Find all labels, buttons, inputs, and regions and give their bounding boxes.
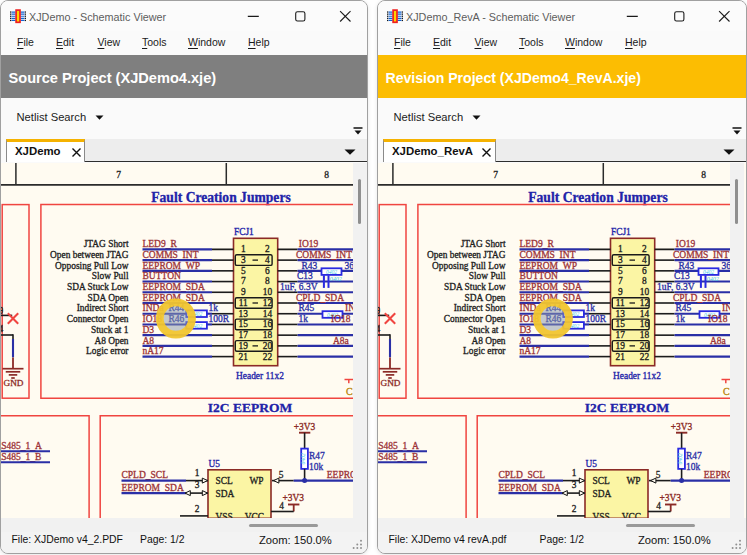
svg-text:7: 7 (116, 170, 121, 180)
svg-text:FCJ1: FCJ1 (234, 227, 254, 237)
svg-text:EEPROM_WP: EEPROM_WP (327, 470, 353, 480)
svg-text:A8a: A8a (333, 336, 350, 346)
svg-text:COMMS_INT: COMMS_INT (296, 250, 352, 260)
svg-text:3: 3 (241, 255, 246, 265)
svg-text:19: 19 (239, 341, 249, 351)
svg-text:14: 14 (263, 309, 273, 319)
svg-text:EEPROM_SDA: EEPROM_SDA (122, 483, 184, 493)
svg-text:0402: 0402 (326, 269, 337, 275)
svg-text:CPLD_SCL: CPLD_SCL (122, 470, 169, 480)
svg-text:5: 5 (241, 266, 246, 276)
svg-text:CPLD_SDA: CPLD_SDA (296, 293, 344, 303)
svg-text:D3: D3 (143, 325, 155, 335)
svg-text:0402: 0402 (330, 276, 342, 282)
svg-text:Open between JTAG: Open between JTAG (50, 250, 129, 260)
svg-text:Slow Pull: Slow Pull (92, 271, 129, 281)
svg-text:15: 15 (239, 319, 249, 329)
svg-text:4: 4 (279, 501, 284, 511)
svg-text:EEPROM_WP: EEPROM_WP (143, 261, 201, 271)
svg-text:A8: A8 (143, 336, 155, 346)
svg-text:17: 17 (239, 330, 249, 340)
svg-text:1k: 1k (299, 314, 309, 324)
svg-text:U5: U5 (209, 459, 221, 469)
svg-text:RS485_1_B: RS485_1_B (1, 452, 41, 462)
svg-text:10k: 10k (309, 462, 324, 472)
svg-text:RS485_1_A: RS485_1_A (1, 441, 42, 451)
svg-text:LED9_R: LED9_R (143, 239, 178, 249)
svg-text:8: 8 (265, 276, 270, 286)
svg-text:18: 18 (263, 330, 273, 340)
svg-text:I2C EEPROM: I2C EEPROM (208, 400, 293, 415)
svg-text:360R: 360R (345, 261, 354, 271)
svg-text:2: 2 (195, 504, 200, 514)
svg-text:21: 21 (239, 352, 249, 362)
svg-text:Opposing Pull Low: Opposing Pull Low (55, 261, 129, 271)
svg-text:Fault Creation Jumpers: Fault Creation Jumpers (151, 190, 290, 205)
svg-text:8: 8 (324, 170, 329, 180)
svg-text:SDA: SDA (216, 489, 235, 499)
svg-text:Header 11x2: Header 11x2 (236, 371, 284, 381)
svg-text:SCL: SCL (216, 476, 233, 486)
svg-text:IO18: IO18 (331, 314, 351, 324)
svg-text:10: 10 (263, 287, 273, 297)
svg-text:JTAG Short: JTAG Short (84, 239, 129, 249)
svg-text:R45: R45 (299, 303, 315, 313)
svg-text:1uF, 6.3V: 1uF, 6.3V (280, 282, 318, 292)
svg-text:C13: C13 (297, 271, 313, 281)
svg-text:R47: R47 (309, 451, 325, 461)
svg-text:1: 1 (195, 468, 200, 478)
svg-text:7: 7 (241, 276, 246, 286)
svg-text:0402: 0402 (300, 453, 306, 464)
svg-text:INDb: INDb (345, 303, 353, 313)
svg-text:Connector Open: Connector Open (67, 314, 129, 324)
svg-text:11: 11 (239, 298, 248, 308)
svg-text:4: 4 (265, 255, 270, 265)
svg-text:3: 3 (195, 480, 200, 490)
svg-text:20: 20 (263, 341, 273, 351)
svg-text:13: 13 (239, 309, 249, 319)
svg-text:9: 9 (241, 287, 246, 297)
svg-text:COMMS_INT: COMMS_INT (143, 250, 199, 260)
svg-text:4: 4 (1, 324, 4, 334)
svg-text:nA17: nA17 (143, 346, 164, 356)
svg-text:A8 Open: A8 Open (94, 336, 128, 346)
svg-text:5: 5 (279, 470, 284, 480)
svg-text:BUTTON: BUTTON (143, 271, 181, 281)
svg-text:EEPROM_SDA: EEPROM_SDA (143, 282, 205, 292)
svg-text:22: 22 (263, 352, 273, 362)
svg-text:IO19: IO19 (299, 239, 319, 249)
svg-text:9: 9 (1, 306, 4, 316)
svg-text:Stuck at 1: Stuck at 1 (91, 325, 129, 335)
svg-text:SDA Open: SDA Open (88, 293, 129, 303)
svg-text:16: 16 (263, 319, 273, 329)
svg-text:+3V3: +3V3 (294, 422, 316, 432)
svg-text:Logic error: Logic error (86, 346, 129, 356)
svg-text:SDA Stuck Low: SDA Stuck Low (67, 282, 129, 292)
svg-text:6: 6 (265, 266, 270, 276)
svg-text:Indirect Short: Indirect Short (77, 303, 129, 313)
svg-text:C: C (346, 386, 353, 397)
svg-text:R43: R43 (302, 261, 318, 271)
svg-text:1: 1 (241, 244, 246, 254)
svg-text:WP: WP (249, 476, 263, 486)
svg-text:1k: 1k (209, 303, 219, 313)
svg-text:12: 12 (263, 298, 273, 308)
svg-text:100R: 100R (209, 314, 230, 324)
svg-text:2: 2 (265, 244, 270, 254)
svg-text:GND: GND (4, 378, 24, 388)
svg-text:+3V3: +3V3 (283, 493, 305, 503)
